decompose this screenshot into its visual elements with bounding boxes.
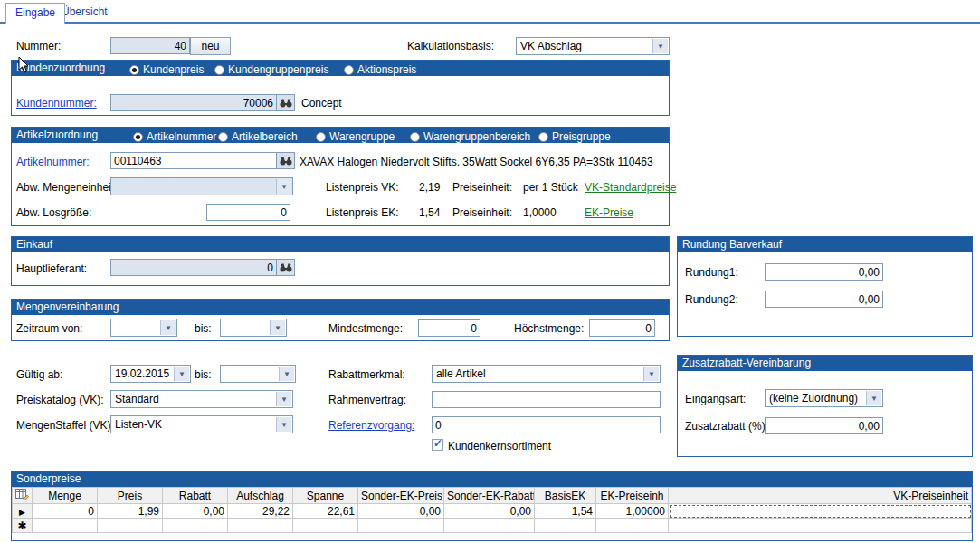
- rundung-header: Rundung Barverkauf: [678, 237, 972, 252]
- new-row-selector[interactable]: ✱: [13, 519, 33, 533]
- mengenstaffel-value: Listen-VK: [115, 418, 276, 431]
- hoechstmenge-field[interactable]: [589, 319, 655, 337]
- radio-kundenpreis[interactable]: Kundenpreis: [129, 62, 204, 78]
- preiskatalog-select[interactable]: Standard: [110, 390, 293, 408]
- artikel-description: XAVAX Halogen Niedervolt Stifts. 35Watt …: [300, 156, 653, 168]
- cell-empty[interactable]: [98, 519, 163, 533]
- column-header-menge[interactable]: Menge: [33, 488, 98, 504]
- radio-label: Artikelbereich: [232, 129, 298, 145]
- radio-label: Warengruppe: [329, 129, 395, 145]
- hauptlieferant-field[interactable]: [110, 259, 277, 276]
- kalkulationsbasis-select[interactable]: VK Abschlag: [516, 37, 670, 55]
- kundennummer-field[interactable]: [110, 94, 277, 111]
- cell-empty[interactable]: [535, 519, 596, 533]
- binoculars-icon: [280, 263, 292, 272]
- mindestmenge-field[interactable]: [418, 319, 480, 337]
- radio-warengruppe[interactable]: Warengruppe: [316, 129, 395, 145]
- cell-empty[interactable]: [358, 519, 444, 533]
- binoculars-icon: [280, 157, 292, 166]
- mengenstaffel-select[interactable]: Listen-VK: [110, 415, 293, 433]
- rabattmerkmal-select[interactable]: alle Artikel: [432, 365, 661, 383]
- preiseinheit-ek-value: 1,0000: [523, 206, 557, 219]
- rundung1-field[interactable]: [765, 263, 883, 281]
- current-row-selector[interactable]: ▶: [13, 504, 33, 519]
- ek-preise-link[interactable]: EK-Preise: [585, 206, 633, 219]
- radio-warengruppenbereich[interactable]: Warengruppenbereich: [410, 129, 530, 145]
- current-row-marker: ▶: [19, 508, 25, 517]
- radio-kundengruppenpreis[interactable]: Kundengruppenpreis: [214, 62, 328, 78]
- zeitraum-bis-select[interactable]: [220, 319, 287, 337]
- column-header-basisek[interactable]: BasisEK: [535, 488, 596, 504]
- table-header-row: Menge Preis Rabatt Aufschlag Spanne Sond…: [13, 488, 972, 504]
- radio-aktionspreis[interactable]: Aktionspreis: [344, 62, 416, 78]
- cell-spanne[interactable]: 22,61: [293, 504, 358, 519]
- kundenkernsortiment-checkbox[interactable]: [432, 439, 443, 451]
- rundung2-field[interactable]: [765, 291, 883, 308]
- column-header-vk-preiseinheit[interactable]: VK-Preiseinheit: [669, 488, 972, 504]
- cell-sonder-ek-rabatt[interactable]: 0,00: [444, 504, 535, 519]
- nummer-field[interactable]: [110, 37, 190, 54]
- cell-basisek[interactable]: 1,54: [535, 504, 596, 519]
- kundennummer-link[interactable]: Kundennummer:: [16, 97, 97, 110]
- listenpreis-vk-value: 2,19: [419, 181, 440, 194]
- kundennummer-lookup-button[interactable]: [276, 94, 295, 111]
- gueltig-bis-select[interactable]: [220, 365, 296, 383]
- cell-empty[interactable]: [596, 519, 669, 533]
- column-header-rabatt[interactable]: Rabatt: [163, 488, 228, 504]
- artikelnummer-lookup-button[interactable]: [276, 152, 295, 169]
- artikelzuordnung-header: Artikelzuordnung Artikelnummer Artikelbe…: [12, 128, 669, 143]
- radio-preisgruppe[interactable]: Preisgruppe: [538, 129, 611, 145]
- cell-sonder-ek-preis[interactable]: 0,00: [358, 504, 444, 519]
- kundenname-text: Concept: [301, 97, 342, 110]
- cell-empty[interactable]: [293, 519, 358, 533]
- cell-menge[interactable]: 0: [33, 504, 98, 519]
- table-corner-cell[interactable]: [13, 488, 33, 504]
- gueltig-ab-select[interactable]: 19.02.2015: [110, 365, 191, 383]
- cell-empty[interactable]: [228, 519, 293, 533]
- cell-rabatt[interactable]: 0,00: [163, 504, 228, 519]
- radio-artikelnummer[interactable]: Artikelnummer: [133, 129, 216, 145]
- referenzvorgang-field[interactable]: [432, 416, 661, 433]
- einkauf-header: Einkauf: [12, 237, 669, 252]
- chevron-down-icon: [174, 367, 189, 381]
- chevron-down-icon: [160, 320, 176, 335]
- column-header-preis[interactable]: Preis: [98, 488, 163, 504]
- neu-button[interactable]: neu: [190, 37, 231, 55]
- artikelnummer-link[interactable]: Artikelnummer:: [16, 156, 90, 168]
- eingangsart-select[interactable]: (keine Zuordnung): [765, 389, 883, 407]
- hauptlieferant-lookup-button[interactable]: [276, 259, 295, 276]
- rahmenvertrag-field[interactable]: [432, 391, 661, 408]
- kundenzuordnung-title: Kundenzuordnung: [16, 62, 105, 74]
- cell-empty[interactable]: [444, 519, 535, 533]
- column-header-ek-preiseinh[interactable]: EK-Preiseinh: [596, 488, 669, 504]
- zeitraum-von-select[interactable]: [110, 319, 177, 337]
- kundenzuordnung-header: Kundenzuordnung Kundenpreis Kundengruppe…: [12, 61, 669, 76]
- zusatzrabatt-field[interactable]: [765, 417, 883, 434]
- cell-empty[interactable]: [669, 519, 972, 533]
- column-header-sonder-ek-preis[interactable]: Sonder-EK-Preis: [358, 488, 444, 504]
- tab-underline: [0, 22, 980, 24]
- vk-standardpreise-link[interactable]: VK-Standardpreise: [585, 181, 676, 194]
- chevron-down-icon: [276, 417, 291, 432]
- column-header-sonder-ek-rabatt[interactable]: Sonder-EK-Rabatt: [444, 488, 535, 504]
- column-header-aufschlag[interactable]: Aufschlag: [228, 488, 293, 504]
- kalkulationsbasis-value: VK Abschlag: [520, 40, 652, 52]
- cell-empty[interactable]: [163, 519, 228, 533]
- cell-empty[interactable]: [33, 519, 98, 533]
- sonderpreise-table: Menge Preis Rabatt Aufschlag Spanne Sond…: [12, 487, 972, 533]
- column-header-spanne[interactable]: Spanne: [293, 488, 358, 504]
- check-icon: [433, 437, 442, 450]
- table-row: ▶ 0 1,99 0,00 29,22 22,61 0,00 0,00 1,54…: [13, 504, 972, 519]
- referenzvorgang-link[interactable]: Referenzvorgang:: [328, 419, 414, 432]
- abw-losgroesse-field[interactable]: [206, 204, 290, 221]
- abw-mengeneinheit-select[interactable]: [110, 177, 293, 195]
- cell-aufschlag[interactable]: 29,22: [228, 504, 293, 519]
- tab-eingabe[interactable]: Eingabe: [5, 3, 65, 24]
- cell-preis[interactable]: 1,99: [98, 504, 163, 519]
- cell-vk-preiseinheit[interactable]: [669, 504, 972, 519]
- eingangsart-value: (keine Zuordnung): [769, 392, 866, 405]
- radio-artikelbereich[interactable]: Artikelbereich: [218, 129, 298, 145]
- artikelnummer-field[interactable]: [110, 152, 277, 169]
- cell-ek-preiseinh[interactable]: 1,00000: [596, 504, 669, 519]
- radio-icon: [218, 132, 228, 142]
